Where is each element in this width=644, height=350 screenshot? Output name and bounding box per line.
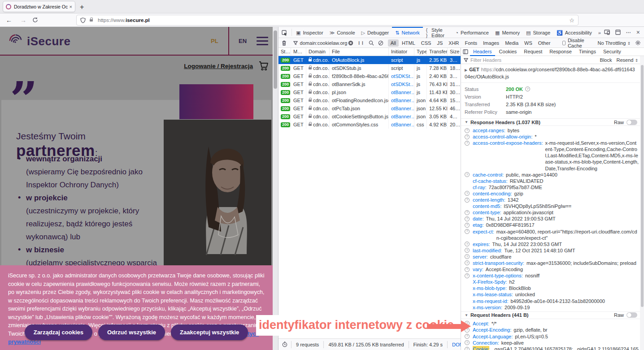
devtools-tab[interactable]: { } Style Editor (423, 27, 452, 38)
request-url-block[interactable]: ▶GEThttps://cdn.cookielaw.org/consent/f2… (461, 64, 641, 83)
header-row[interactable]: ? x-ms-lease-status unlocked (465, 291, 639, 298)
request-blocking-icon[interactable] (378, 40, 383, 46)
help-icon[interactable]: ? (465, 216, 470, 221)
devtools-tab[interactable]: ⇅ Network (392, 27, 423, 38)
scrollbar-thumb[interactable] (274, 30, 277, 89)
type-filter-button[interactable]: HTML (399, 39, 418, 47)
header-row[interactable]: ? cf-ray 72ac80f79f5a7b87-DME (465, 184, 639, 190)
column-header[interactable]: File (330, 48, 389, 56)
devtools-tab[interactable]: ◔ Performance (452, 27, 492, 38)
header-row[interactable]: ? server cloudflare (465, 254, 639, 260)
column-header[interactable]: M… (291, 48, 306, 56)
help-icon[interactable]: ? (465, 229, 470, 234)
har-settings-gear-icon[interactable] (635, 40, 641, 46)
help-icon[interactable]: ? (465, 267, 470, 272)
collapse-caret-icon[interactable]: ▼ (465, 120, 468, 124)
cookie-banner-button[interactable]: Zarządzaj cookies (25, 324, 92, 340)
devtools-tab[interactable]: ♿ Accessibility (553, 27, 595, 38)
header-row[interactable]: ? content-encoding gzip (465, 190, 639, 197)
request-row[interactable]: 200 GET cdn.co… otCookieSettingsButton.j… (278, 112, 461, 121)
devtools-tab[interactable]: ▷ Debugger (358, 27, 392, 38)
header-row[interactable]: ? x-content-type-options nosniff (465, 272, 639, 279)
block-button[interactable]: Block (600, 57, 612, 63)
header-row[interactable]: ? etag 0x8D98D8F4F819517 (465, 222, 639, 228)
header-row[interactable]: ? cf-cache-status REVALIDATED (465, 178, 639, 184)
column-header[interactable]: Type (414, 48, 427, 56)
help-icon[interactable]: ? (465, 273, 470, 278)
header-row[interactable]: ? content-type application/x-javascript (465, 209, 639, 216)
header-row[interactable]: ? Accept-Language pl,en-US;q=0.5 (465, 333, 639, 340)
help-icon[interactable]: ? (465, 141, 470, 146)
site-logo[interactable]: iSecure (7, 32, 70, 50)
lang-en-button[interactable]: EN (239, 38, 247, 44)
forward-button[interactable]: → (18, 17, 29, 24)
type-filter-button[interactable]: JS (434, 39, 445, 47)
collapse-caret-icon[interactable]: ▼ (465, 313, 468, 317)
request-row[interactable]: 200 GET cdn.co… f2890bc8-88eb-4bac-a266-… (278, 72, 461, 80)
header-row[interactable]: ? content-md5 ISVHQDp8yLpS5h8SniPgIw== (465, 203, 639, 209)
header-row[interactable]: ? expect-ct max-age=604800, report-uri="… (465, 229, 639, 241)
help-icon[interactable]: ? (465, 347, 470, 350)
disable-cache-label[interactable]: Disable Cache (568, 38, 587, 48)
responsive-mode-icon[interactable] (604, 30, 610, 35)
url-text[interactable]: https://www.isecure.pl (98, 17, 150, 23)
help-icon[interactable]: ? (465, 242, 470, 246)
help-icon[interactable]: ? (465, 248, 470, 253)
help-icon[interactable]: ? (465, 134, 470, 139)
filter-headers-input[interactable]: Filter Headers (470, 57, 501, 63)
shield-icon[interactable] (80, 17, 86, 23)
tab-close-icon[interactable]: × (70, 4, 72, 9)
devtools-close-icon[interactable]: × (636, 29, 640, 36)
cart-icon[interactable] (258, 61, 269, 71)
devtools-tab[interactable]: ▣ Inspector (293, 27, 326, 38)
details-tab[interactable]: Request (521, 48, 545, 56)
header-row[interactable]: ? Accept-Encoding gzip, deflate, br (465, 327, 639, 333)
split-panel-icon[interactable] (463, 49, 468, 54)
page-scrollbar[interactable] (273, 27, 278, 350)
resend-button[interactable]: Resend ⇕ (616, 57, 638, 63)
header-row[interactable]: ? Connection keep-alive (465, 340, 639, 346)
request-row[interactable]: 200 GET cdn.co… otFloatingRoundedIcon.js… (278, 96, 461, 104)
help-icon[interactable]: ? (465, 172, 470, 177)
disable-cache-checkbox[interactable] (562, 41, 566, 45)
help-icon[interactable]: ? (465, 254, 470, 259)
type-filter-button[interactable]: All (388, 39, 399, 47)
type-filter-button[interactable]: Images (480, 39, 502, 47)
header-row[interactable]: ? cache-control public, max-age=14400 (465, 172, 639, 178)
column-header[interactable]: Size (448, 48, 461, 56)
request-row[interactable]: 200 GET cdn.co… otSDKStub.js script js 7… (278, 64, 461, 72)
column-header[interactable]: Domain (306, 48, 330, 56)
header-row[interactable]: ? expires Thu, 14 Jul 2022 23:00:53 GMT (465, 241, 639, 247)
header-row[interactable]: ? strict-transport-security max-age=3153… (465, 260, 639, 266)
column-header[interactable]: Initiator (389, 48, 414, 56)
new-tab-button[interactable]: + (80, 3, 84, 11)
pause-recording-icon[interactable]: ❙❙ (357, 41, 364, 45)
reload-button[interactable] (32, 17, 43, 23)
response-headers-section[interactable]: ▼ Response Headers (1.037 KB) Raw (461, 118, 641, 126)
type-filter-button[interactable]: XHR (446, 39, 461, 47)
login-register-link[interactable]: Logowanie / Rejestracja (184, 63, 253, 69)
site-menu-icon[interactable] (257, 37, 268, 48)
header-row[interactable]: ? last-modified Tue, 12 Oct 2021 14:48:1… (465, 247, 639, 254)
raw-toggle[interactable] (627, 120, 637, 125)
lock-icon[interactable] (90, 19, 93, 22)
scrollbar-thumb[interactable] (641, 65, 644, 307)
help-icon[interactable]: ? (465, 223, 470, 228)
header-row[interactable]: ? accept-ranges bytes (465, 127, 639, 134)
request-row[interactable]: 200 GET cdn.co… OtAutoBlock.js script js… (278, 56, 461, 64)
devtools-meatball-menu-icon[interactable]: ⋯ (626, 30, 631, 35)
throttle-clock-icon[interactable] (278, 341, 292, 348)
throttling-select[interactable]: No Throttling ⇕ (598, 40, 631, 46)
header-row[interactable]: ? access-control-expose-headers x-ms-req… (465, 140, 639, 171)
details-tab[interactable]: Cookies (496, 48, 520, 56)
more-tools-chevron[interactable]: » (595, 27, 604, 38)
devtools-tab[interactable]: ▤ Storage (523, 27, 553, 38)
request-filter-input[interactable]: domain:cookielaw.org (291, 40, 348, 46)
header-row[interactable]: ? x-ms-request-id b4952d0e-a01e-0014-213… (465, 298, 639, 304)
separate-window-icon[interactable] (615, 30, 621, 35)
type-filter-button[interactable]: Other (535, 39, 553, 47)
help-icon[interactable]: ? (465, 191, 470, 196)
type-filter-button[interactable]: WS (522, 39, 535, 47)
details-tab[interactable]: Security (600, 48, 624, 56)
search-icon[interactable] (369, 40, 374, 46)
